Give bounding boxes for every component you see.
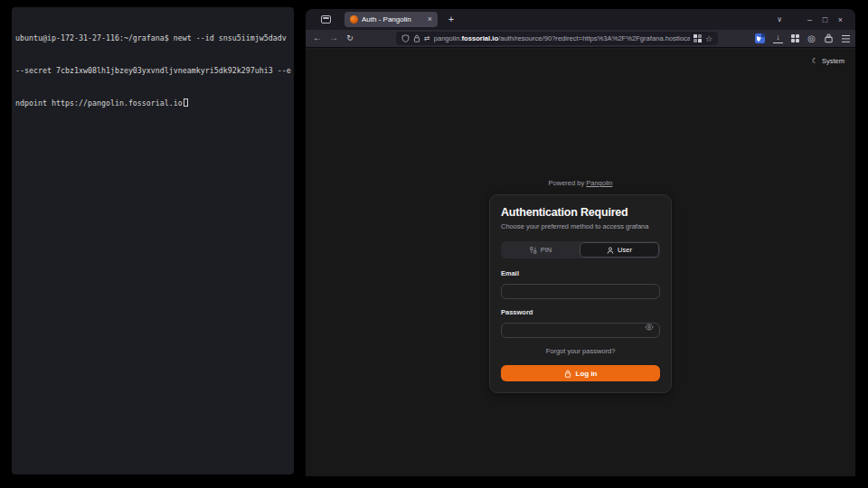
downloads-icon[interactable]: ↓ [773, 33, 783, 43]
back-button[interactable]: ← [311, 30, 324, 47]
tab-bar: Auth - Pangolin × + ∨ – □ × [306, 9, 855, 30]
extensions-puzzle-icon[interactable] [824, 33, 834, 43]
maximize-button[interactable]: □ [817, 15, 833, 24]
navigation-toolbar: ← → ↻ ⇄ pangolin.fossorial.io/auth/resou… [306, 30, 855, 48]
email-label: Email [501, 269, 660, 277]
terminal-line: ubuntu@ip-172-31-27-116:~/grafana$ newt … [15, 33, 290, 43]
page-content: ☾ System Powered by Pangolin Authenticat… [306, 49, 855, 476]
grid-icon[interactable] [791, 34, 799, 42]
close-tab-icon[interactable]: × [428, 15, 432, 23]
account-icon[interactable]: ◎ [807, 34, 816, 43]
pangolin-link[interactable]: Pangolin [586, 179, 612, 187]
auth-container: Powered by Pangolin Authentication Requi… [489, 179, 672, 393]
card-subtitle: Choose your preferred method to access g… [501, 222, 660, 230]
auth-method-toggle: PIN User [501, 241, 660, 258]
forgot-password-link[interactable]: Forgot your password? [501, 347, 660, 355]
desktop: ubuntu@ip-172-31-27-116:~/grafana$ newt … [0, 0, 868, 488]
browser-tab-auth-pangolin[interactable]: Auth - Pangolin × [344, 12, 438, 27]
window-controls: ∨ – □ × [777, 9, 848, 30]
tab-list-chevron-icon[interactable]: ∨ [777, 15, 782, 23]
hamburger-menu-icon[interactable] [842, 35, 850, 36]
minimize-button[interactable]: – [802, 15, 817, 24]
login-lock-icon [564, 370, 571, 378]
user-icon [607, 247, 614, 254]
tab-user[interactable]: User [580, 242, 659, 258]
new-tab-button[interactable]: + [444, 12, 458, 27]
toolbar-icons: ↓ ◎ [755, 30, 850, 47]
forward-button[interactable]: → [327, 30, 340, 47]
close-window-button[interactable]: × [833, 15, 848, 24]
theme-toggle[interactable]: ☾ System [812, 57, 844, 65]
show-password-eye-icon[interactable] [645, 324, 654, 331]
url-text: pangolin.fossorial.io/auth/resource/90?r… [434, 34, 690, 42]
lock-icon[interactable] [413, 34, 420, 42]
tracking-protection-shield-icon[interactable] [401, 34, 410, 42]
bookmark-star-icon[interactable]: ☆ [705, 34, 712, 43]
extension-icon[interactable] [755, 33, 765, 43]
card-title: Authentication Required [501, 206, 660, 219]
binary-pin-icon [530, 247, 537, 254]
password-label: Password [501, 308, 660, 316]
reload-button[interactable]: ↻ [344, 30, 356, 47]
terminal-line: --secret 7cbz1xw08lh1jbzey03yxvndljvneam… [15, 65, 290, 76]
password-field[interactable] [501, 323, 660, 338]
container-grid-icon[interactable] [693, 34, 702, 42]
pangolin-favicon-icon [350, 15, 358, 23]
auth-card: Authentication Required Choose your pref… [489, 194, 672, 393]
login-button[interactable]: Log in [501, 365, 660, 381]
tab-pin[interactable]: PIN [502, 242, 580, 258]
email-field[interactable] [501, 284, 660, 299]
theme-toggle-label: System [822, 57, 844, 65]
terminal-cursor [184, 99, 188, 107]
moon-icon: ☾ [812, 57, 818, 65]
terminal-window[interactable]: ubuntu@ip-172-31-27-116:~/grafana$ newt … [12, 7, 294, 474]
terminal-line: ndpoint https://pangolin.fossorial.io [15, 98, 290, 108]
firefox-view-icon[interactable] [321, 15, 331, 23]
tab-title: Auth - Pangolin [362, 15, 411, 23]
powered-by: Powered by Pangolin [489, 179, 672, 187]
browser-window: Auth - Pangolin × + ∨ – □ × ← → ↻ [306, 9, 855, 476]
dns-swap-icon[interactable]: ⇄ [424, 34, 430, 42]
url-bar[interactable]: ⇄ pangolin.fossorial.io/auth/resource/90… [396, 32, 718, 45]
